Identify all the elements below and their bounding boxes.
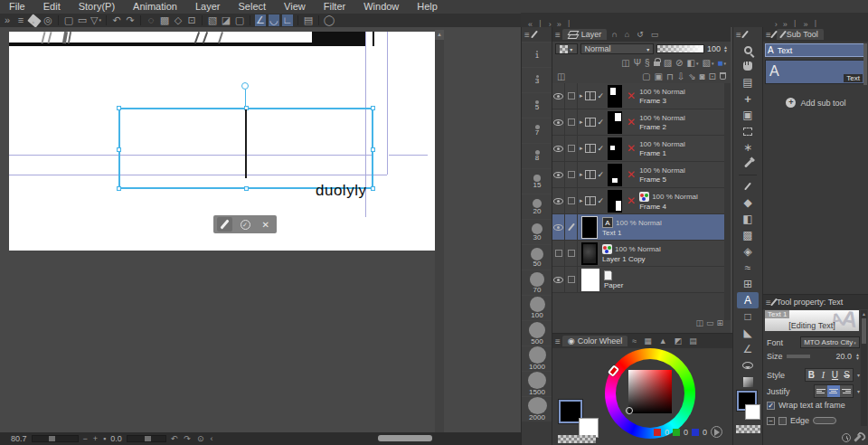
- edit-target-checkbox[interactable]: [568, 197, 575, 204]
- tab-layer[interactable]: Layer: [562, 29, 608, 40]
- brush-size-8[interactable]: 8: [522, 143, 552, 168]
- canvas-page[interactable]: duolyly ✓✕: [9, 32, 435, 251]
- edit-target-checkbox[interactable]: [568, 118, 575, 126]
- move-layer-tool-button[interactable]: +: [737, 90, 759, 107]
- edit-text-pencil-icon[interactable]: [220, 219, 229, 229]
- opacity-slider[interactable]: [656, 44, 704, 53]
- layer-color-combo[interactable]: ▾: [555, 43, 578, 54]
- brush-size-1000[interactable]: 1000: [522, 346, 552, 371]
- layer-row-paper[interactable]: Paper: [552, 267, 725, 293]
- brush-size-30[interactable]: 30: [522, 219, 552, 244]
- create-mask-icon[interactable]: ◙: [700, 71, 705, 81]
- canvas-horizontal-scrollbar[interactable]: [378, 435, 432, 441]
- color-set-tab-icon[interactable]: ▦: [641, 336, 655, 346]
- zoom-tool-icon[interactable]: [744, 46, 752, 54]
- frame-mask-thumbnail[interactable]: [608, 137, 622, 160]
- ruler-tool-button[interactable]: ∠: [737, 341, 759, 357]
- merge-down-icon[interactable]: ⇘: [688, 71, 695, 81]
- keyframe-icon[interactable]: Ψ: [634, 58, 641, 68]
- history-tab-icon[interactable]: ↺: [634, 29, 646, 40]
- color-menu-icon[interactable]: ≡: [555, 336, 561, 346]
- menu-animation[interactable]: Animation: [124, 0, 186, 14]
- style-dropdown-icon[interactable]: ▾: [857, 372, 860, 378]
- polyline-tool-button[interactable]: ◣: [737, 325, 759, 341]
- approximate-color-tab-icon[interactable]: ◩: [672, 336, 685, 346]
- pane-layout-2-icon[interactable]: ▭: [706, 318, 714, 327]
- modify-settings-icon[interactable]: [854, 434, 861, 441]
- hand-tool-button[interactable]: [737, 58, 759, 74]
- balloon-tool-button[interactable]: [737, 357, 759, 374]
- menu-select[interactable]: Select: [230, 0, 276, 14]
- layer-row-frame-2[interactable]: ▸✓✕100 % NormalFrame 2: [552, 109, 725, 136]
- eye-icon[interactable]: [553, 93, 563, 99]
- expand-icon[interactable]: ▸: [580, 118, 583, 126]
- menu-view[interactable]: View: [275, 0, 315, 14]
- fill-tool-icon[interactable]: ◈: [743, 245, 751, 258]
- blend-mode-select[interactable]: Normal▾: [580, 43, 655, 54]
- font-select[interactable]: MTO Astro City: [800, 336, 860, 348]
- brush-size-50[interactable]: 50: [522, 244, 552, 270]
- revert-settings-icon[interactable]: [842, 433, 851, 442]
- auto-select-tool-button[interactable]: ∗: [737, 139, 759, 156]
- register-material-icon[interactable]: ▤: [303, 14, 314, 26]
- frame-handle-br[interactable]: [371, 186, 375, 191]
- opacity-stepper[interactable]: ▲▼: [723, 45, 728, 52]
- ruler-range-icon[interactable]: ◧: [687, 58, 699, 68]
- layer-menu-icon[interactable]: ≡: [555, 30, 561, 40]
- eye-icon[interactable]: [553, 277, 563, 283]
- page-move-tool-icon[interactable]: ▤: [742, 76, 752, 89]
- style-b-button[interactable]: B: [806, 369, 817, 381]
- menu-filter[interactable]: Filter: [315, 0, 354, 14]
- frame-handle-tr[interactable]: [371, 106, 375, 110]
- apply-mask-icon[interactable]: ⊡: [709, 71, 716, 81]
- edge-checkbox[interactable]: [778, 417, 787, 425]
- tool-combo-icon[interactable]: [27, 14, 42, 27]
- layer-thumbnail[interactable]: [581, 242, 598, 265]
- layer-row-frame-4[interactable]: ▸✓✕100 % NormalFrame 4: [552, 188, 725, 214]
- blend-tool-button[interactable]: ◧: [737, 211, 759, 227]
- paper-thumbnail[interactable]: [581, 269, 599, 291]
- tool-sub-color-swatch[interactable]: [745, 404, 760, 420]
- open-file-icon[interactable]: ▭: [77, 14, 88, 26]
- zoom-in-icon[interactable]: +: [93, 434, 98, 443]
- size-slider[interactable]: [787, 355, 810, 358]
- edit-target-checkbox[interactable]: [568, 92, 575, 99]
- mask-range-icon[interactable]: ▧: [702, 58, 713, 68]
- frame-handle-ml[interactable]: [117, 147, 121, 152]
- tool-transparent-swatch[interactable]: [736, 425, 760, 433]
- crop-selection-icon[interactable]: ⊡: [186, 14, 197, 26]
- zoom-out-icon[interactable]: −: [83, 434, 88, 443]
- menu-layer[interactable]: Layer: [186, 0, 230, 14]
- gradient-tool-icon[interactable]: ≈: [745, 261, 751, 274]
- brush-size-100[interactable]: 100: [522, 295, 552, 320]
- justify-left-button[interactable]: [815, 385, 827, 397]
- collapse-icon[interactable]: ‹: [210, 434, 212, 443]
- justify-center-button[interactable]: [827, 385, 840, 397]
- subtool-scrollbar[interactable]: [863, 43, 867, 85]
- selection-area-tool-button[interactable]: [737, 123, 759, 139]
- eye-icon[interactable]: [553, 172, 563, 178]
- canvas-text[interactable]: duolyly: [316, 182, 366, 200]
- intermediate-color-tab-icon[interactable]: ▲: [656, 336, 670, 346]
- clear-selection-icon[interactable]: ◇: [173, 14, 184, 26]
- justify-right-button[interactable]: [840, 385, 853, 397]
- scroll-up-icon[interactable]: ▲: [435, 30, 444, 40]
- confirm-icon[interactable]: ✓: [241, 220, 250, 230]
- hand-tool-icon[interactable]: [743, 62, 752, 71]
- tab-sub-tool[interactable]: Sub Tool: [777, 29, 824, 40]
- subtool-item-text[interactable]: A Text: [765, 43, 864, 57]
- layer-property-tab-icon[interactable]: ∩: [609, 29, 619, 40]
- confirm-button[interactable]: ✓: [238, 217, 253, 232]
- blend-tool-icon[interactable]: ◧: [742, 213, 752, 225]
- save-export-icon[interactable]: ▽: [90, 14, 101, 27]
- object-tool-button[interactable]: ▣: [737, 107, 759, 123]
- object-tool-icon[interactable]: ▣: [742, 109, 752, 121]
- onion-skin-icon[interactable]: §: [645, 58, 650, 68]
- text-tool-button[interactable]: A: [737, 292, 759, 308]
- reselect-icon[interactable]: ▩: [159, 14, 170, 26]
- color-mixing-icon[interactable]: [711, 426, 722, 438]
- layer-row-frame-3[interactable]: ▸✓✕100 % NormalFrame 3: [552, 83, 725, 109]
- menu-window[interactable]: Window: [354, 0, 408, 14]
- brush-size-7[interactable]: 7: [522, 118, 552, 143]
- balloon-tool-icon[interactable]: [742, 362, 753, 369]
